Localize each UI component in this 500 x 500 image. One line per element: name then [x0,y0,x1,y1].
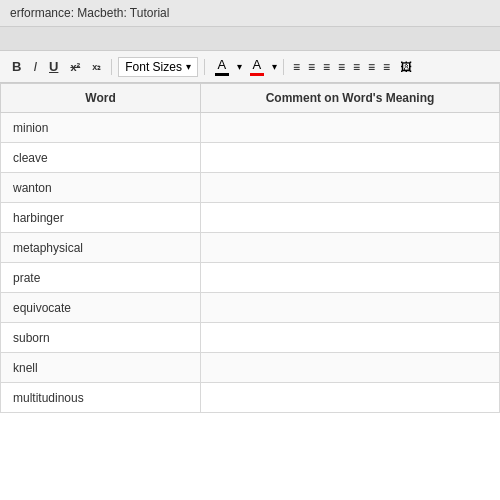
word-cell[interactable]: multitudinous [1,383,201,413]
word-cell[interactable]: suborn [1,323,201,353]
word-cell[interactable]: knell [1,353,201,383]
indent-decrease-button[interactable]: ≡ [320,58,333,76]
comment-cell[interactable] [201,203,500,233]
table-row: metaphysical [1,233,500,263]
table-row: prate [1,263,500,293]
align-center-button[interactable]: ≡ [365,58,378,76]
underline-button[interactable]: U [45,57,62,76]
font-sizes-label: Font Sizes [125,60,182,74]
table-row: harbinger [1,203,500,233]
ordered-list-button[interactable]: ≡ [305,58,318,76]
word-cell[interactable]: cleave [1,143,201,173]
word-cell[interactable]: harbinger [1,203,201,233]
comment-cell[interactable] [201,233,500,263]
comment-cell[interactable] [201,383,500,413]
word-cell[interactable]: equivocate [1,293,201,323]
highlight-color-button[interactable]: A [246,55,268,78]
indent-increase-button[interactable]: ≡ [335,58,348,76]
bold-button[interactable]: B [8,57,25,76]
separator-2 [204,59,205,75]
superscript-button[interactable]: x² [66,59,84,75]
table-row: equivocate [1,293,500,323]
dropdown-arrow-highlight[interactable]: ▾ [272,61,277,72]
separator-1 [111,59,112,75]
comment-cell[interactable] [201,173,500,203]
insert-image-button[interactable]: 🖼 [397,58,415,76]
comment-cell[interactable] [201,353,500,383]
comment-cell[interactable] [201,323,500,353]
main-window: erformance: Macbeth: Tutorial B I U x² x… [0,0,500,500]
toolbar: B I U x² x₂ Font Sizes ▾ A ▾ A ▾ ≡ ≡ ≡ ≡… [0,51,500,83]
font-sizes-dropdown[interactable]: Font Sizes ▾ [118,57,198,77]
font-sizes-chevron: ▾ [186,61,191,72]
font-color-bar [215,73,229,76]
column-header-word: Word [1,84,201,113]
comment-cell[interactable] [201,263,500,293]
word-cell[interactable]: minion [1,113,201,143]
title-bar: erformance: Macbeth: Tutorial [0,0,500,27]
content-area[interactable]: Word Comment on Word's Meaning minioncle… [0,83,500,500]
italic-button[interactable]: I [29,57,41,76]
vocabulary-table: Word Comment on Word's Meaning minioncle… [0,83,500,413]
list-buttons: ≡ ≡ ≡ ≡ ≡ ≡ ≡ [290,58,393,76]
table-row: cleave [1,143,500,173]
highlight-label: A [253,57,262,72]
table-row: suborn [1,323,500,353]
unordered-list-button[interactable]: ≡ [290,58,303,76]
comment-cell[interactable] [201,293,500,323]
align-left-button[interactable]: ≡ [350,58,363,76]
table-row: wanton [1,173,500,203]
font-color-label: A [218,57,227,72]
subscript-button[interactable]: x₂ [88,60,105,74]
table-row: minion [1,113,500,143]
align-right-button[interactable]: ≡ [380,58,393,76]
dropdown-arrow-color[interactable]: ▾ [237,61,242,72]
separator-3 [283,59,284,75]
title-text: erformance: Macbeth: Tutorial [10,6,169,20]
word-cell[interactable]: metaphysical [1,233,201,263]
table-row: knell [1,353,500,383]
font-color-button[interactable]: A [211,55,233,78]
word-cell[interactable]: prate [1,263,201,293]
word-cell[interactable]: wanton [1,173,201,203]
tab-bar [0,27,500,51]
column-header-comment: Comment on Word's Meaning [201,84,500,113]
highlight-color-bar [250,73,264,76]
table-row: multitudinous [1,383,500,413]
comment-cell[interactable] [201,143,500,173]
comment-cell[interactable] [201,113,500,143]
